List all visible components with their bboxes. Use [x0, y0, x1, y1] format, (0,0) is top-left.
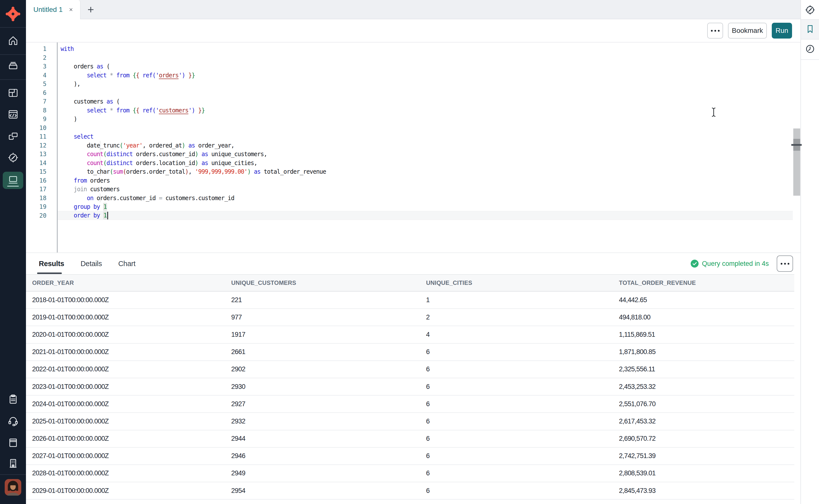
line-number: 20 [26, 212, 46, 219]
code-line-20[interactable]: 20 order by 1 [26, 211, 793, 220]
building-icon [7, 458, 19, 469]
code-line-13[interactable]: 13 count(distinct orders.customer_id) as… [26, 150, 793, 159]
table-cell: 2026-01-01T00:00:00.000Z [26, 435, 225, 442]
results-tab-results[interactable]: Results [39, 260, 64, 268]
line-number: 18 [26, 195, 46, 202]
table-cell: 6 [420, 487, 613, 495]
results-tab-details[interactable]: Details [81, 260, 102, 268]
line-number: 6 [26, 89, 46, 96]
code-line-6[interactable]: 6 [26, 88, 793, 97]
run-button-label: Run [776, 27, 788, 35]
code-line-12[interactable]: 12 date_trunc('year', ordered_at) as ord… [26, 141, 793, 150]
compass-icon [805, 4, 816, 15]
sidebar-item-windows[interactable] [0, 131, 26, 142]
code-line-4[interactable]: 4 select * from {{ ref('orders') }} [26, 71, 793, 80]
sidebar-item-code-window[interactable] [0, 109, 26, 120]
table-row-2[interactable]: 2020-01-01T00:00:00.000Z191741,115,869.5… [26, 326, 794, 343]
table-row-9[interactable]: 2027-01-01T00:00:00.000Z294662,742,751.3… [26, 448, 794, 465]
line-number: 13 [26, 151, 46, 158]
table-cell: 2020-01-01T00:00:00.000Z [26, 331, 225, 338]
table-cell: 2,325,556.11 [613, 365, 794, 373]
table-row-3[interactable]: 2021-01-01T00:00:00.000Z266161,871,800.8… [26, 344, 794, 361]
results-more-button[interactable] [777, 255, 793, 272]
table-cell: 2,690,570.72 [613, 435, 794, 442]
table-cell: 6 [420, 400, 613, 408]
sidebar-item-archive[interactable] [0, 60, 26, 71]
code-line-14[interactable]: 14 count(distinct orders.location_id) as… [26, 159, 793, 168]
bookmark-button-label: Bookmark [732, 27, 763, 35]
table-cell: 2018-01-01T00:00:00.000Z [26, 296, 225, 304]
sidebar-item-terminal[interactable] [0, 174, 26, 185]
table-row-1[interactable]: 2019-01-01T00:00:00.000Z9772494,818.00 [26, 309, 794, 326]
table-cell: 2024-01-01T00:00:00.000Z [26, 400, 225, 408]
archive-icon [7, 60, 19, 71]
more-options-button[interactable] [707, 23, 723, 39]
code-line-2[interactable]: 2 [26, 53, 793, 62]
table-row-11[interactable]: 2029-01-01T00:00:00.000Z295462,845,473.9… [26, 482, 794, 500]
line-number: 10 [26, 125, 46, 131]
line-number: 9 [26, 116, 46, 123]
sidebar-item-clipboard[interactable] [0, 394, 26, 405]
pane-resize-handle[interactable] [791, 144, 802, 146]
table-row-0[interactable]: 2018-01-01T00:00:00.000Z221144,442.65 [26, 292, 794, 309]
line-content: with [46, 45, 74, 52]
code-line-7[interactable]: 7 customers as ( [26, 97, 793, 106]
compass-icon [7, 152, 19, 163]
code-line-10[interactable]: 10 [26, 124, 793, 132]
table-cell: 2027-01-01T00:00:00.000Z [26, 452, 225, 460]
line-number: 4 [26, 72, 46, 79]
results-tabs: ResultsDetailsChart [26, 253, 800, 274]
table-cell: 6 [420, 435, 613, 442]
code-line-15[interactable]: 15 to_char(sum(orders.order_total), '999… [26, 167, 793, 176]
code-line-17[interactable]: 17 join customers [26, 185, 793, 194]
table-cell: 2,845,473.93 [613, 487, 794, 495]
sidebar-item-dashboard[interactable] [0, 87, 26, 99]
table-cell: 2028-01-01T00:00:00.000Z [26, 469, 225, 477]
table-row-5[interactable]: 2023-01-01T00:00:00.000Z293062,453,253.3… [26, 378, 794, 396]
table-row-7[interactable]: 2025-01-01T00:00:00.000Z293262,617,453.3… [26, 413, 794, 430]
user-avatar[interactable] [5, 479, 21, 496]
bookmark-button[interactable]: Bookmark [728, 23, 767, 39]
terminal-icon [7, 174, 19, 185]
new-tab-button[interactable] [85, 4, 97, 16]
sidebar-item-building[interactable] [0, 458, 26, 469]
sql-editor[interactable]: 1with23 orders as (4 select * from {{ re… [26, 42, 800, 252]
table-row-6[interactable]: 2024-01-01T00:00:00.000Z292762,551,076.7… [26, 396, 794, 413]
table-cell: 6 [420, 383, 613, 391]
table-cell: 2,742,751.39 [613, 452, 794, 460]
results-tab-chart[interactable]: Chart [118, 260, 135, 268]
code-line-16[interactable]: 16 from orders [26, 176, 793, 185]
column-header-total_order_revenue[interactable]: TOTAL_ORDER_REVENUE [613, 279, 794, 286]
right-rail-item-bookmark[interactable] [801, 20, 819, 39]
sidebar-item-home[interactable] [0, 35, 26, 46]
code-line-3[interactable]: 3 orders as ( [26, 62, 793, 71]
sidebar-item-headset[interactable] [0, 415, 26, 426]
code-line-19[interactable]: 19 group by 1 [26, 202, 793, 211]
windows-icon [7, 131, 19, 142]
column-header-unique_customers[interactable]: UNIQUE_CUSTOMERS [225, 279, 420, 286]
run-button[interactable]: Run [772, 23, 792, 39]
right-rail-item-clock[interactable] [801, 43, 819, 54]
code-line-1[interactable]: 1with [26, 44, 793, 53]
tab-title: Untitled 1 [33, 6, 63, 14]
column-header-order_year[interactable]: ORDER_YEAR [26, 279, 225, 286]
ellipsis-icon [781, 263, 789, 265]
right-rail-item-compass[interactable] [801, 4, 819, 15]
close-icon[interactable] [67, 6, 74, 13]
sidebar-item-book[interactable] [0, 437, 26, 448]
table-row-4[interactable]: 2022-01-01T00:00:00.000Z290262,325,556.1… [26, 361, 794, 378]
table-row-8[interactable]: 2026-01-01T00:00:00.000Z294462,690,570.7… [26, 430, 794, 448]
code-line-18[interactable]: 18 on orders.customer_id = customers.cus… [26, 194, 793, 203]
code-line-11[interactable]: 11 select [26, 132, 793, 141]
column-header-unique_cities[interactable]: UNIQUE_CITIES [420, 279, 613, 286]
tab-untitled-1[interactable]: Untitled 1 [26, 0, 81, 19]
editor-scrollbar[interactable] [793, 128, 800, 196]
table-cell: 977 [225, 314, 420, 321]
code-line-9[interactable]: 9 ) [26, 115, 793, 124]
plus-icon [85, 4, 96, 15]
table-row-10[interactable]: 2028-01-01T00:00:00.000Z294962,808,539.0… [26, 465, 794, 482]
code-line-5[interactable]: 5 ), [26, 80, 793, 88]
dbt-logo-icon[interactable] [5, 6, 21, 21]
code-line-8[interactable]: 8 select * from {{ ref('customers') }} [26, 106, 793, 115]
sidebar-item-compass[interactable] [0, 152, 26, 163]
